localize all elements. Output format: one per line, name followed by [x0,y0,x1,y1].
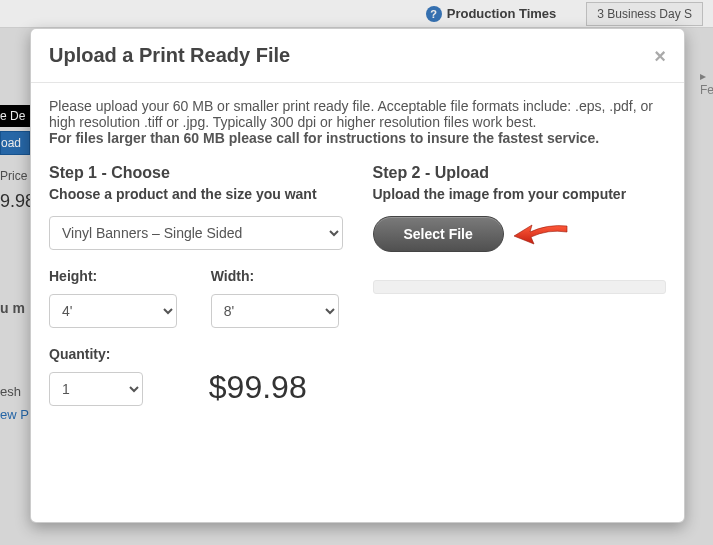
instructions-line2: For files larger than 60 MB please call … [49,130,666,146]
width-label: Width: [211,268,343,284]
step1-subtitle: Choose a product and the size you want [49,186,343,202]
instructions-line1: Please upload your 60 MB or smaller prin… [49,98,666,130]
quantity-label: Quantity: [49,346,143,362]
dimensions-row: Height: 4' Width: 8' [49,268,343,328]
steps-container: Step 1 - Choose Choose a product and the… [49,164,666,406]
step1-heading: Step 1 - Choose [49,164,343,182]
step-2: Step 2 - Upload Upload the image from yo… [373,164,667,406]
upload-modal: Upload a Print Ready File × Please uploa… [30,28,685,523]
step2-subtitle: Upload the image from your computer [373,186,667,202]
qty-price-row: Quantity: 1 $99.98 [49,346,343,406]
modal-title: Upload a Print Ready File [49,44,290,67]
product-select[interactable]: Vinyl Banners – Single Sided [49,216,343,250]
step-1: Step 1 - Choose Choose a product and the… [49,164,343,406]
instructions: Please upload your 60 MB or smaller prin… [49,98,666,146]
arrow-icon [512,218,572,250]
step2-heading: Step 2 - Upload [373,164,667,182]
modal-body: Please upload your 60 MB or smaller prin… [31,83,684,421]
select-file-button[interactable]: Select File [373,216,504,252]
quantity-column: Quantity: 1 [49,346,143,406]
width-select[interactable]: 8' [211,294,339,328]
height-column: Height: 4' [49,268,181,328]
upload-row: Select File [373,216,667,252]
close-icon[interactable]: × [654,46,666,66]
modal-header: Upload a Print Ready File × [31,29,684,83]
width-column: Width: 8' [211,268,343,328]
quantity-select[interactable]: 1 [49,372,143,406]
height-label: Height: [49,268,181,284]
upload-progress-bar [373,280,667,294]
height-select[interactable]: 4' [49,294,177,328]
price-display: $99.98 [173,369,343,406]
